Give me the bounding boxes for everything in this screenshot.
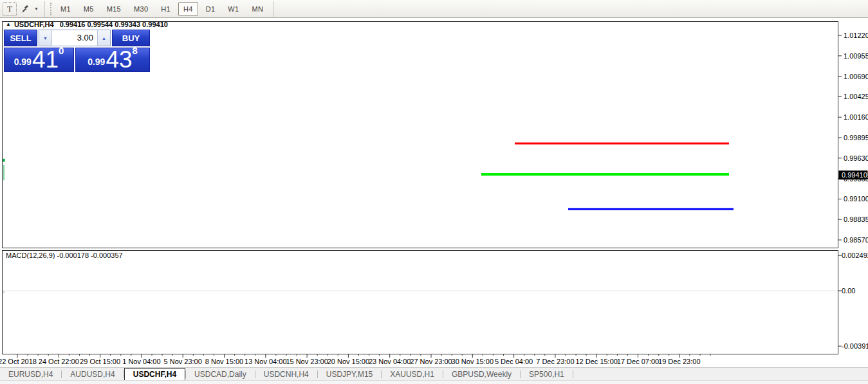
symbol-timeframe-label: USDCHF,H4 xyxy=(14,21,54,28)
volume-stepper: ▼ 3.00 ▲ xyxy=(39,30,111,46)
price-axis-label: 0.99630 xyxy=(844,154,868,162)
time-axis-label: 24 Oct 22:00 xyxy=(39,358,79,365)
toolbar-separator xyxy=(44,1,45,17)
one-click-trading-panel: SELL ▼ 3.00 ▲ BUY 0.99 41 0 0.99 43 8 xyxy=(4,30,150,72)
price-axis-label: 1.00690 xyxy=(844,73,868,80)
timeframe-button-H1[interactable]: H1 xyxy=(156,2,176,16)
timeframe-button-group: M1M5M15M30H1H4D1W1MN xyxy=(53,2,268,16)
timeframe-button-H4[interactable]: H4 xyxy=(178,2,198,16)
ohlc-values: 0.99416 0.99544 0.99343 0.99410 xyxy=(60,21,168,28)
volume-increase-button[interactable]: ▲ xyxy=(97,30,110,46)
panel-collapse-arrow-icon[interactable]: ▲ xyxy=(6,21,11,27)
macd-axis-label: -0.003913 xyxy=(842,342,868,350)
price-axis-label: 1.00425 xyxy=(844,93,868,100)
volume-decrease-button[interactable]: ▼ xyxy=(39,30,52,46)
time-axis-label: 19 Dec 23:00 xyxy=(658,358,700,365)
chart-title: ▲ USDCHF,H4 0.99416 0.99544 0.99343 0.99… xyxy=(6,21,168,28)
cursor-arrows-tool-button[interactable]: ▼ xyxy=(19,2,39,16)
buy-button[interactable]: BUY xyxy=(112,30,150,46)
dropdown-caret-icon[interactable]: ▼ xyxy=(34,6,39,11)
time-axis-label: 22 Oct 2018 xyxy=(0,358,37,365)
tab-separator xyxy=(573,370,573,378)
macd-indicator-label: MACD(12,26,9) -0.000178 -0.000357 xyxy=(6,251,123,259)
text-tool-button[interactable]: T xyxy=(3,2,17,16)
timeframe-button-M1[interactable]: M1 xyxy=(55,2,76,16)
price-axis-label: 0.98570 xyxy=(844,236,868,244)
current-price-text: 0.99410 xyxy=(842,171,867,179)
buy-price-display[interactable]: 0.99 43 8 xyxy=(75,48,150,72)
time-axis-label: 7 Dec 23:00 xyxy=(536,358,574,365)
price-axis-label: 1.00955 xyxy=(844,52,868,60)
time-axis-label: 5 Nov 23:00 xyxy=(164,358,202,365)
price-axis[interactable]: 1.012201.009551.006901.004251.001600.998… xyxy=(838,32,868,244)
chart-tab-USDCHF-H4[interactable]: USDCHF,H4 xyxy=(124,368,185,380)
chart-tab-SP500-H1[interactable]: SP500,H1 xyxy=(521,368,573,380)
chart-tab-XAUUSD-H1[interactable]: XAUUSD,H1 xyxy=(382,368,443,380)
timeframe-button-D1[interactable]: D1 xyxy=(201,2,221,16)
macd-axis-label: 0.00 xyxy=(842,287,855,295)
top-toolbar: T ▼ M1M5M15M30H1H4D1W1MN xyxy=(0,0,868,18)
timeframe-button-MN[interactable]: MN xyxy=(246,2,268,16)
spin-up-icon: ▲ xyxy=(102,36,106,41)
price-axis-label: 0.98835 xyxy=(844,215,868,223)
time-axis-label: 8 Nov 15:00 xyxy=(205,358,243,365)
price-axis-label: 1.00160 xyxy=(844,113,868,121)
time-axis-label: 23 Nov 04:00 xyxy=(369,358,411,365)
timeframe-button-M5[interactable]: M5 xyxy=(78,2,99,16)
bottom-scroll-strip[interactable] xyxy=(0,380,868,384)
chart-tab-USDCAD-Daily[interactable]: USDCAD,Daily xyxy=(186,368,255,380)
chart-tab-EURUSD-H4[interactable]: EURUSD,H4 xyxy=(0,368,61,380)
time-axis-label: 1 Nov 04:00 xyxy=(122,358,160,365)
price-axis-label: 1.01220 xyxy=(844,32,868,39)
time-axis-label: 30 Nov 15:00 xyxy=(452,358,494,365)
chart-tab-USDJPY-M15[interactable]: USDJPY,M15 xyxy=(318,368,381,380)
time-axis-label: 5 Dec 04:00 xyxy=(495,358,533,365)
time-axis-label: 15 Nov 23:00 xyxy=(286,358,328,365)
timeframe-button-M15[interactable]: M15 xyxy=(102,2,126,16)
time-axis-label: 27 Nov 23:00 xyxy=(410,358,452,365)
chart-tab-bar: EURUSD,H4AUDUSD,H4USDCHF,H4USDCAD,DailyU… xyxy=(0,367,868,380)
chart-tab-AUDUSD-H4[interactable]: AUDUSD,H4 xyxy=(62,368,123,380)
mt4-window: 1.012201.009551.006901.004251.001600.998… xyxy=(0,0,868,384)
time-axis-label: 29 Oct 15:00 xyxy=(80,358,120,365)
time-axis-label: 17 Dec 07:00 xyxy=(617,358,659,365)
time-axis[interactable]: 22 Oct 201824 Oct 22:0029 Oct 15:001 Nov… xyxy=(0,354,710,365)
volume-input[interactable]: 3.00 xyxy=(52,30,97,46)
chart-tab-USDCNH-H4[interactable]: USDCNH,H4 xyxy=(255,368,317,380)
price-axis-label: 0.99895 xyxy=(844,134,868,142)
macd-axis[interactable]: 0.0024920.00-0.003913 xyxy=(838,251,868,350)
chart-tab-GBPUSD-Weekly[interactable]: GBPUSD,Weekly xyxy=(443,368,520,380)
time-axis-label: 20 Nov 15:00 xyxy=(328,358,369,365)
time-axis-label: 13 Nov 04:00 xyxy=(245,358,286,365)
timeframe-button-W1[interactable]: W1 xyxy=(223,2,244,16)
toolbar-separator xyxy=(273,1,274,17)
sell-button[interactable]: SELL xyxy=(4,30,37,46)
time-axis-label: 12 Dec 15:00 xyxy=(575,358,617,365)
price-axis-label: 0.99100 xyxy=(844,195,868,203)
timeframe-button-M30[interactable]: M30 xyxy=(129,2,153,16)
sell-price-display[interactable]: 0.99 41 0 xyxy=(4,48,74,72)
diagonal-arrows-icon xyxy=(20,5,32,14)
spin-down-icon: ▼ xyxy=(43,36,48,41)
macd-axis-label: 0.002492 xyxy=(842,251,868,259)
